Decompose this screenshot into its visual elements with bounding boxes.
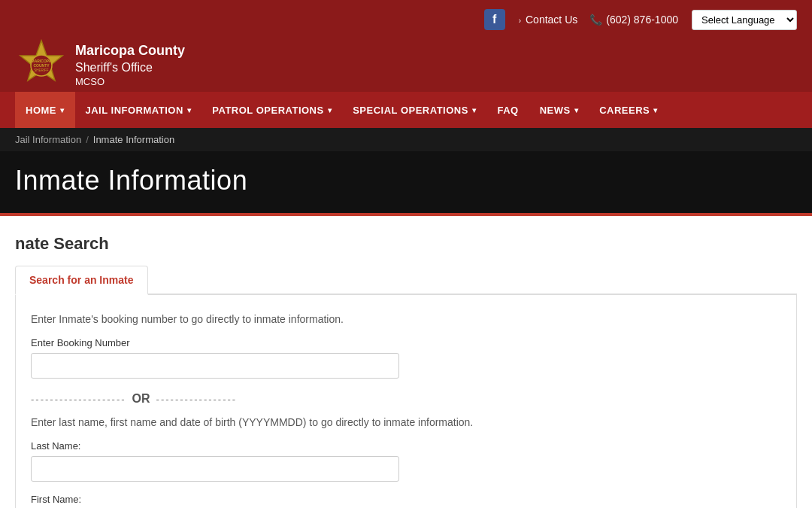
contact-chevron-icon: › (519, 17, 521, 25)
site-header: MARICOPA COUNTY SHERIFF Maricopa County … (0, 39, 812, 92)
booking-number-group: Enter Booking Number (31, 337, 781, 379)
contact-us-link[interactable]: › Contact Us (519, 14, 577, 26)
first-name-group: First Name: (31, 494, 781, 508)
svg-text:COUNTY: COUNTY (33, 63, 50, 68)
social-links: f (484, 9, 505, 30)
phone-link[interactable]: 📞 (602) 876-1000 (589, 14, 678, 26)
nav-item-careers[interactable]: CAREERS ▾ (589, 92, 668, 128)
agency-name: Maricopa County Sheriff's Office MCSO (75, 42, 185, 88)
last-name-input[interactable] (31, 456, 399, 482)
careers-caret-icon: ▾ (653, 106, 658, 114)
language-dropdown[interactable]: Select LanguageSpanishFrenchGermanChines… (692, 10, 797, 30)
or-divider: -------------------- OR ----------------… (31, 392, 781, 406)
language-selector[interactable]: Select LanguageSpanishFrenchGermanChines… (692, 10, 797, 30)
tab-search-inmate[interactable]: Search for an Inmate (15, 266, 148, 295)
breadcrumb: Jail Information / Inmate Information (0, 128, 812, 151)
search-form-panel: Enter Inmate's booking number to go dire… (15, 295, 797, 508)
last-name-label: Last Name: (31, 440, 781, 452)
booking-description: Enter Inmate's booking number to go dire… (31, 313, 781, 325)
last-name-group: Last Name: (31, 440, 781, 482)
nav-item-jail-information[interactable]: JAIL INFORMATION ▾ (75, 92, 202, 128)
phone-icon: 📞 (589, 14, 602, 26)
search-tabs: Search for an Inmate (15, 266, 797, 295)
breadcrumb-separator: / (86, 134, 89, 145)
nav-item-faq[interactable]: FAQ (486, 92, 529, 128)
patrol-caret-icon: ▾ (328, 106, 332, 114)
agency-line2: Sheriff's Office (75, 60, 185, 76)
svg-text:SHERIFF: SHERIFF (34, 68, 49, 72)
or-left-dashes: -------------------- (31, 394, 126, 405)
main-nav: HOME ▾ JAIL INFORMATION ▾ PATROL OPERATI… (0, 92, 812, 128)
logo-area[interactable]: MARICOPA COUNTY SHERIFF Maricopa County … (15, 39, 185, 92)
nav-item-news[interactable]: NEWS ▾ (529, 92, 589, 128)
jail-caret-icon: ▾ (187, 106, 192, 114)
first-name-label: First Name: (31, 494, 781, 505)
or-right-dashes: ----------------- (156, 394, 238, 405)
page-title-bar: Inmate Information (0, 151, 812, 216)
main-content: nate Search Search for an Inmate Enter I… (0, 216, 812, 508)
home-caret-icon: ▾ (60, 106, 65, 114)
name-description: Enter last name, first name and date of … (31, 416, 781, 428)
or-text: OR (132, 392, 150, 406)
agency-abbr: MCSO (75, 76, 185, 89)
section-heading: nate Search (15, 234, 797, 254)
top-links: › Contact Us 📞 (602) 876-1000 (519, 14, 678, 26)
breadcrumb-jail-information[interactable]: Jail Information (15, 134, 81, 145)
agency-line1: Maricopa County (75, 42, 185, 59)
page-title: Inmate Information (15, 165, 797, 196)
nav-item-home[interactable]: HOME ▾ (15, 92, 75, 128)
breadcrumb-inmate-information: Inmate Information (93, 134, 174, 145)
nav-item-patrol-operations[interactable]: PATROL OPERATIONS ▾ (201, 92, 342, 128)
nav-item-special-operations[interactable]: SPECIAL OPERATIONS ▾ (342, 92, 486, 128)
sheriff-badge-icon: MARICOPA COUNTY SHERIFF (15, 39, 68, 92)
news-caret-icon: ▾ (574, 106, 579, 114)
booking-number-label: Enter Booking Number (31, 337, 781, 348)
special-caret-icon: ▾ (472, 106, 477, 114)
top-bar: f › Contact Us 📞 (602) 876-1000 Select L… (0, 0, 812, 39)
facebook-icon[interactable]: f (484, 9, 505, 30)
booking-number-input[interactable] (31, 353, 399, 379)
